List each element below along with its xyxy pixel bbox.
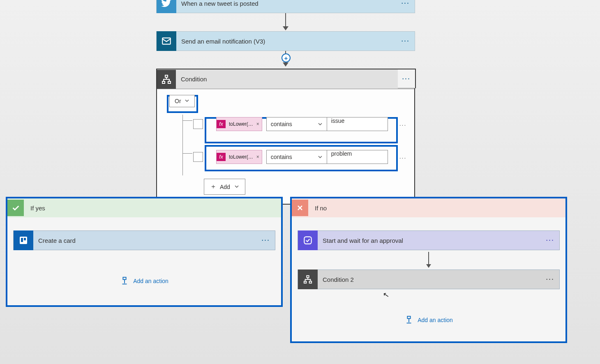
svg-rect-1 (165, 75, 168, 77)
row-menu[interactable]: ··· (399, 154, 407, 161)
condition-row: fx toLower(… × contains issue ··· (178, 115, 402, 134)
create-card-action[interactable]: Create a card ··· (13, 230, 275, 250)
trigger-title: When a new tweet is posted (176, 0, 397, 7)
approval-action[interactable]: Start and wait for an approval ··· (298, 230, 560, 250)
operator-label: contains (271, 121, 292, 127)
svg-rect-8 (304, 237, 311, 244)
add-action-icon (404, 316, 413, 325)
mail-icon (157, 31, 176, 51)
condition-card: Condition Or fx (156, 69, 415, 205)
branch-title: If yes (30, 205, 45, 212)
add-action-button[interactable]: Add an action (13, 276, 275, 286)
operator-label: contains (271, 154, 292, 160)
insert-step-button[interactable]: + (282, 53, 291, 62)
expression-text: toLower(… (229, 154, 253, 160)
value-input[interactable]: problem (327, 150, 388, 164)
svg-rect-11 (309, 281, 312, 283)
svg-rect-2 (162, 81, 165, 83)
email-card[interactable]: Send an email notification (V3) ··· (156, 31, 415, 51)
action-menu[interactable]: ··· (541, 237, 559, 244)
flow-arrow (283, 13, 288, 30)
svg-rect-4 (20, 237, 27, 244)
email-menu[interactable]: ··· (397, 38, 415, 44)
action-menu[interactable]: ··· (541, 276, 559, 283)
flow-arrow (298, 252, 560, 268)
svg-rect-9 (307, 276, 309, 278)
svg-rect-5 (21, 238, 23, 242)
value-text: problem (331, 150, 352, 157)
row-checkbox[interactable] (193, 152, 203, 162)
add-row-button[interactable]: ＋ Add (204, 179, 245, 195)
email-title: Send an email notification (V3) (176, 38, 397, 45)
trigger-menu[interactable]: ··· (397, 0, 415, 7)
expression-text: toLower(… (229, 121, 253, 127)
row-menu[interactable]: ··· (399, 122, 407, 128)
branch-title: If no (315, 205, 327, 212)
branch-header: If yes (7, 198, 281, 217)
check-icon (7, 200, 24, 216)
operator-dropdown[interactable]: contains (266, 117, 327, 131)
fx-icon: fx (217, 120, 226, 128)
svg-rect-6 (24, 238, 26, 240)
svg-rect-10 (304, 281, 307, 283)
chevron-down-icon (234, 184, 239, 190)
trigger-card[interactable]: When a new tweet is posted ··· (156, 0, 415, 13)
if-yes-branch: If yes Create a card ··· Add an action (6, 197, 283, 307)
fx-icon: fx (217, 153, 226, 161)
action-title: Create a card (33, 237, 257, 244)
branch-header: If no (292, 198, 565, 217)
tree-line (182, 153, 192, 154)
condition-title: Condition (176, 76, 414, 83)
condition-icon (157, 70, 176, 89)
action-title: Condition 2 (318, 276, 541, 283)
add-action-button[interactable]: Add an action (298, 316, 560, 325)
add-action-icon (120, 276, 129, 286)
operator-dropdown[interactable]: contains (266, 150, 327, 164)
chevron-down-icon (185, 98, 189, 104)
svg-rect-12 (408, 316, 411, 319)
chevron-down-icon (318, 154, 323, 159)
twitter-icon (157, 0, 176, 13)
row-checkbox[interactable] (193, 119, 203, 129)
plus-icon: ＋ (210, 182, 217, 191)
condition-row: fx toLower(… × contains problem ··· (178, 147, 402, 166)
add-action-label: Add an action (133, 278, 168, 284)
add-label: Add (220, 184, 230, 190)
svg-rect-7 (123, 277, 126, 280)
if-no-branch: If no Start and wait for an approval ···… (290, 197, 567, 343)
trello-icon (14, 230, 33, 250)
group-operator-label: Or (175, 98, 181, 104)
condition-icon (298, 270, 318, 289)
condition-header[interactable]: Condition (157, 69, 414, 89)
remove-token-button[interactable]: × (256, 121, 259, 127)
expression-token[interactable]: fx toLower(… × (216, 117, 262, 131)
action-title: Start and wait for an approval (318, 237, 541, 244)
tree-line (182, 120, 192, 121)
chevron-down-icon (318, 122, 323, 127)
group-operator-dropdown[interactable]: Or (169, 95, 195, 107)
svg-rect-3 (168, 81, 171, 83)
remove-token-button[interactable]: × (256, 154, 259, 160)
approval-icon (298, 230, 318, 250)
value-text: issue (331, 117, 345, 124)
action-menu[interactable]: ··· (257, 237, 275, 244)
add-action-label: Add an action (418, 317, 453, 323)
close-icon (292, 200, 308, 216)
value-input[interactable]: issue (327, 117, 388, 131)
expression-token[interactable]: fx toLower(… × (216, 150, 262, 164)
condition-menu[interactable]: ··· (398, 69, 416, 88)
condition2-action[interactable]: Condition 2 ··· (298, 270, 560, 289)
